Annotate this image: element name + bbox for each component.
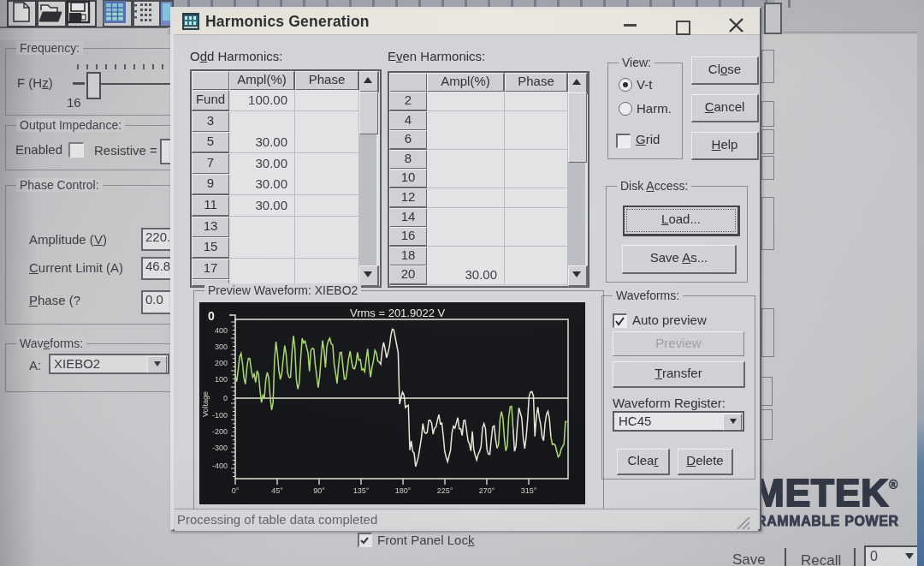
svg-text:0: 0 xyxy=(208,309,215,323)
svg-text:-100: -100 xyxy=(212,411,228,420)
svg-text:200: 200 xyxy=(215,359,228,367)
svg-text:135°: 135° xyxy=(353,486,370,495)
svg-text:100: 100 xyxy=(215,375,228,384)
svg-text:Voltage: Voltage xyxy=(201,391,210,417)
svg-text:400: 400 xyxy=(215,326,228,335)
svg-text:180°: 180° xyxy=(395,486,412,495)
svg-text:0: 0 xyxy=(223,394,228,402)
svg-text:-300: -300 xyxy=(212,444,228,452)
svg-text:-400: -400 xyxy=(212,462,228,470)
svg-text:270°: 270° xyxy=(479,486,495,495)
svg-text:Vrms = 201.9022 V: Vrms = 201.9022 V xyxy=(350,307,445,319)
svg-text:0°: 0° xyxy=(232,486,240,495)
svg-text:90°: 90° xyxy=(313,486,325,495)
svg-text:315°: 315° xyxy=(521,486,537,495)
svg-text:300: 300 xyxy=(215,343,228,351)
svg-text:45°: 45° xyxy=(271,486,283,495)
svg-text:225°: 225° xyxy=(437,486,453,495)
svg-text:-200: -200 xyxy=(212,427,228,436)
